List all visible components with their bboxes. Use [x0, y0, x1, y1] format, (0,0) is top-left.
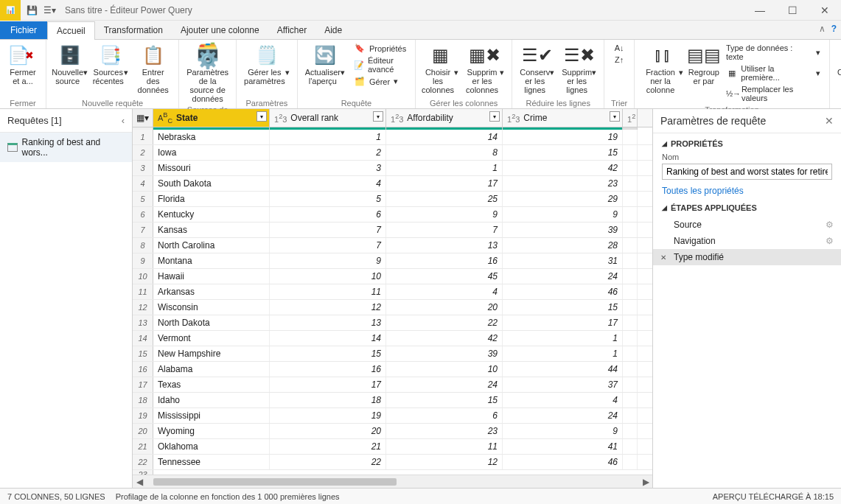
cell-overall-rank[interactable]: 17 — [270, 377, 386, 392]
gear-icon[interactable]: ⚙ — [826, 220, 834, 230]
split-column-button[interactable]: ⫿⫿ Fraction ner la colonne ▾ — [639, 41, 686, 105]
cell-affordability[interactable]: 11 — [386, 439, 503, 454]
table-row[interactable]: 5Florida52529 — [133, 192, 652, 207]
cell-affordability[interactable]: 17 — [386, 176, 503, 191]
table-row[interactable]: 12Wisconsin122015 — [133, 300, 652, 315]
table-row[interactable]: 19Mississippi19624 — [133, 408, 652, 424]
cell-overall-rank[interactable]: 15 — [270, 346, 386, 361]
table-row[interactable]: 18Idaho18154 — [133, 393, 652, 408]
cell-affordability[interactable]: 45 — [386, 269, 503, 284]
cell-crime[interactable]: 42 — [503, 161, 623, 175]
step-navigation[interactable]: Navigation⚙ — [653, 233, 841, 249]
cell-state[interactable]: Mississippi — [153, 408, 270, 423]
remove-columns-button[interactable]: ▦✖ Supprim er les colonnes ▾ — [461, 41, 507, 96]
cell-crime[interactable]: 46 — [503, 284, 623, 299]
filter-dropdown-icon[interactable]: ▾ — [373, 111, 383, 122]
table-row[interactable]: 9Montana91631 — [133, 253, 652, 269]
cell-overall-rank[interactable]: 19 — [270, 408, 386, 423]
cell-overall-rank[interactable]: 5 — [270, 192, 386, 206]
cell-overall-rank[interactable]: 12 — [270, 300, 386, 315]
cell-overall-rank[interactable]: 21 — [270, 439, 386, 454]
cell-crime[interactable]: 41 — [503, 439, 623, 454]
qat-dropdown-icon[interactable]: ☰▾ — [43, 4, 56, 17]
column-header-partial[interactable]: 12 — [623, 109, 638, 127]
table-row[interactable]: 10Hawaii104524 — [133, 269, 652, 284]
gear-icon[interactable]: ⚙ — [826, 236, 834, 246]
cell-state[interactable]: Wisconsin — [153, 300, 270, 315]
remove-rows-button[interactable]: ☰✖ Supprim er les lignes ▾ — [559, 41, 599, 96]
scroll-left-icon[interactable]: ◀ — [133, 477, 146, 487]
close-button[interactable]: ✕ — [809, 0, 841, 21]
keep-rows-button[interactable]: ☰✔ Conserv er les lignes ▾ — [517, 41, 557, 96]
enter-data-button[interactable]: 📋 Entrer des données — [132, 41, 174, 96]
collapse-queries-icon[interactable]: ‹ — [122, 115, 125, 126]
cell-state[interactable]: South Dakota — [153, 176, 270, 191]
table-row[interactable]: 14Vermont14421 — [133, 331, 652, 346]
cell-overall-rank[interactable]: 10 — [270, 269, 386, 284]
table-row[interactable]: 7Kansas7739 — [133, 223, 652, 238]
cell-crime[interactable]: 17 — [503, 315, 623, 330]
table-row[interactable]: 4South Dakota41723 — [133, 176, 652, 192]
help-icon[interactable]: ? — [831, 24, 837, 34]
cell-crime[interactable]: 29 — [503, 192, 623, 206]
table-row[interactable]: 1Nebraska11419 — [133, 130, 652, 145]
cell-state[interactable]: Missouri — [153, 161, 270, 175]
cell-affordability[interactable]: 14 — [386, 130, 503, 144]
collapse-ribbon-icon[interactable]: ∧ — [819, 24, 826, 34]
cell-crime[interactable]: 15 — [503, 145, 623, 160]
cell-affordability[interactable]: 39 — [386, 346, 503, 361]
table-row[interactable]: 3Missouri3142 — [133, 161, 652, 176]
cell-overall-rank[interactable]: 13 — [270, 315, 386, 330]
refresh-preview-button[interactable]: 🔄 Actualiser l'aperçu ▾ — [302, 41, 348, 96]
cell-affordability[interactable]: 42 — [386, 331, 503, 346]
cell-state[interactable]: Texas — [153, 377, 270, 392]
cell-overall-rank[interactable]: 11 — [270, 284, 386, 299]
advanced-editor-button[interactable]: 📝Éditeur avancé — [352, 55, 408, 74]
cell-affordability[interactable]: 13 — [386, 238, 503, 253]
tab-file[interactable]: Fichier — [0, 21, 47, 39]
table-row[interactable]: 2Iowa2815 — [133, 145, 652, 161]
grid-body[interactable]: 1Nebraska114192Iowa28153Missouri31424Sou… — [133, 130, 652, 475]
cell-crime[interactable]: 4 — [503, 393, 623, 407]
sort-desc-button[interactable]: Z↑ — [612, 55, 627, 65]
close-settings-icon[interactable]: ✕ — [825, 115, 834, 127]
tab-transform[interactable]: Transformation — [95, 21, 172, 39]
cell-affordability[interactable]: 15 — [386, 393, 503, 407]
cell-affordability[interactable]: 10 — [386, 362, 503, 377]
table-row[interactable]: 13North Dakota132217 — [133, 315, 652, 331]
cell-overall-rank[interactable]: 4 — [270, 176, 386, 191]
cell-affordability[interactable]: 9 — [386, 207, 503, 222]
cell-crime[interactable]: 31 — [503, 253, 623, 268]
filter-dropdown-icon[interactable]: ▾ — [257, 111, 267, 122]
cell-state[interactable]: North Carolina — [153, 238, 270, 253]
cell-affordability[interactable]: 4 — [386, 284, 503, 299]
grid-corner[interactable]: ▦▾ — [133, 109, 153, 127]
sort-asc-button[interactable]: A↓ — [612, 43, 627, 53]
cell-state[interactable]: Iowa — [153, 145, 270, 160]
cell-overall-rank[interactable]: 6 — [270, 207, 386, 222]
cell-affordability[interactable]: 24 — [386, 377, 503, 392]
cell-crime[interactable]: 24 — [503, 269, 623, 284]
scroll-right-icon[interactable]: ▶ — [639, 477, 652, 487]
table-row[interactable]: 17Texas172437 — [133, 377, 652, 393]
cell-overall-rank[interactable]: 9 — [270, 253, 386, 268]
cell-affordability[interactable]: 7 — [386, 223, 503, 237]
cell-crime[interactable]: 46 — [503, 455, 623, 469]
recent-sources-button[interactable]: 📑 Sources récentes ▾ — [90, 41, 130, 96]
cell-overall-rank[interactable]: 22 — [270, 455, 386, 469]
cell-affordability[interactable]: 22 — [386, 315, 503, 330]
cell-affordability[interactable]: 8 — [386, 145, 503, 160]
cell-crime[interactable]: 39 — [503, 223, 623, 237]
cell-affordability[interactable]: 6 — [386, 408, 503, 423]
cell-overall-rank[interactable]: 1 — [270, 130, 386, 144]
tab-home[interactable]: Accueil — [47, 21, 95, 40]
cell-state[interactable]: Vermont — [153, 331, 270, 346]
cell-state[interactable]: Kansas — [153, 223, 270, 237]
horizontal-scrollbar[interactable]: ◀ ▶ — [133, 475, 652, 488]
tab-add-column[interactable]: Ajouter une colonne — [172, 21, 268, 39]
cell-crime[interactable]: 15 — [503, 300, 623, 315]
cell-state[interactable]: Wyoming — [153, 424, 270, 438]
cell-crime[interactable]: 44 — [503, 362, 623, 377]
combine-button[interactable]: ⧉ Combiner▾ — [834, 41, 841, 96]
cell-overall-rank[interactable]: 16 — [270, 362, 386, 377]
